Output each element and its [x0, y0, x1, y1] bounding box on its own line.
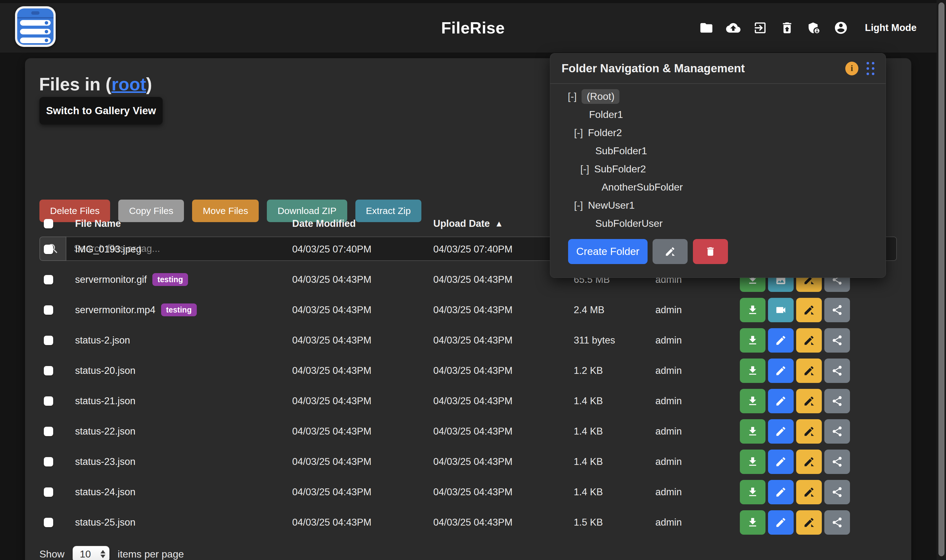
share-button[interactable]	[824, 510, 850, 535]
scrollbar-track[interactable]	[937, 0, 946, 560]
file-name[interactable]: status-25.json	[75, 517, 135, 528]
folder-tree-item-folder1[interactable]: Folder1	[550, 105, 886, 123]
row-checkbox[interactable]	[44, 336, 53, 345]
cloud-upload-icon[interactable]	[726, 21, 740, 35]
file-name[interactable]: status-23.json	[75, 456, 135, 468]
row-checkbox[interactable]	[44, 488, 53, 497]
download-button[interactable]	[740, 480, 766, 504]
folder-tree-item-newuser1[interactable]: [-]NewUser1	[550, 196, 886, 214]
download-button[interactable]	[740, 389, 766, 413]
file-name[interactable]: status-22.json	[75, 426, 135, 437]
edit-icon	[775, 395, 787, 407]
folder-navigation-panel: Folder Navigation & Management i [-](Roo…	[550, 53, 886, 278]
collapse-toggle[interactable]: [-]	[574, 127, 583, 138]
scrollbar-thumb[interactable]	[938, 3, 944, 556]
folder-tree-item-anothersubfolder[interactable]: AnotherSubFolder	[550, 178, 886, 196]
videocam-button[interactable]	[768, 298, 794, 322]
file-name[interactable]: servermonitor.mp4	[75, 305, 155, 316]
column-header-file-name[interactable]: File Name	[75, 218, 121, 229]
edit-button[interactable]	[768, 358, 794, 383]
root-folder-link[interactable]: root	[111, 74, 146, 94]
items-per-page-select[interactable]: 10	[72, 546, 109, 560]
create-folder-button[interactable]: Create Folder	[568, 239, 648, 264]
folder-tree-item-root[interactable]: [-](Root)	[550, 87, 886, 105]
folder-label[interactable]: Folder2	[588, 127, 622, 138]
edit-button[interactable]	[768, 328, 794, 352]
edit-button[interactable]	[768, 480, 794, 504]
file-name[interactable]: status-2.json	[75, 335, 130, 346]
admin-shield-icon[interactable]	[807, 21, 821, 35]
file-name[interactable]: servermonitor.gif	[75, 274, 147, 285]
row-checkbox[interactable]	[44, 396, 53, 406]
edit-button[interactable]	[768, 419, 794, 444]
share-button[interactable]	[824, 358, 850, 383]
download-button[interactable]	[740, 358, 766, 383]
folder-tree-item-subfolder2[interactable]: [-]SubFolder2	[550, 160, 886, 178]
edit-button[interactable]	[768, 389, 794, 413]
column-header-date-modified[interactable]: Date Modified	[292, 218, 356, 229]
share-button[interactable]	[824, 419, 850, 444]
info-icon[interactable]: i	[845, 62, 858, 75]
switch-gallery-view-button[interactable]: Switch to Gallery View	[39, 97, 163, 125]
folder-label[interactable]: Folder1	[589, 109, 623, 120]
folder-label[interactable]: AnotherSubFolder	[601, 182, 683, 193]
share-button[interactable]	[824, 389, 850, 413]
collapse-toggle[interactable]: [-]	[574, 200, 583, 211]
drag-handle-icon[interactable]	[866, 62, 874, 75]
row-checkbox[interactable]	[44, 305, 53, 315]
edit-icon	[775, 456, 787, 468]
edit-button[interactable]	[768, 449, 794, 474]
sort-asc-icon[interactable]: ▲	[495, 219, 503, 229]
share-button[interactable]	[824, 449, 850, 474]
row-checkbox[interactable]	[44, 427, 53, 436]
delete-folder-button[interactable]	[693, 239, 728, 264]
rename-button[interactable]	[796, 298, 822, 322]
row-checkbox[interactable]	[44, 245, 53, 254]
file-name[interactable]: status-21.json	[75, 395, 135, 407]
folder-tree-item-folder2[interactable]: [-]Folder2	[550, 123, 886, 142]
select-all-checkbox[interactable]	[44, 219, 53, 228]
share-button[interactable]	[824, 328, 850, 352]
logout-icon[interactable]	[753, 21, 768, 35]
app-logo[interactable]	[15, 6, 56, 47]
file-name[interactable]: status-24.json	[75, 486, 135, 498]
trash-restore-icon[interactable]	[780, 21, 794, 35]
folder-label[interactable]: SubFolder1	[595, 145, 647, 157]
download-button[interactable]	[740, 449, 766, 474]
row-checkbox[interactable]	[44, 366, 53, 375]
share-button[interactable]	[824, 298, 850, 322]
file-name[interactable]: status-20.json	[75, 365, 135, 376]
rename-button[interactable]	[796, 510, 822, 535]
download-button[interactable]	[740, 510, 766, 535]
rename-button[interactable]	[796, 449, 822, 474]
rename-button[interactable]	[796, 358, 822, 383]
row-checkbox[interactable]	[44, 457, 53, 466]
collapse-toggle[interactable]: [-]	[568, 91, 577, 102]
folder-label[interactable]: SubFolder2	[594, 163, 646, 175]
rename-button[interactable]	[796, 419, 822, 444]
collapse-toggle[interactable]: [-]	[580, 163, 589, 175]
folder-tree-item-subfolderuser[interactable]: SubFolderUser	[550, 214, 886, 232]
rename-button[interactable]	[796, 328, 822, 352]
download-button[interactable]	[740, 328, 766, 352]
column-header-upload-date[interactable]: Upload Date	[433, 218, 490, 229]
folder-icon[interactable]	[699, 21, 714, 35]
row-checkbox[interactable]	[44, 275, 53, 285]
theme-toggle[interactable]: Light Mode	[865, 22, 917, 34]
folder-tree-item-subfolder1[interactable]: SubFolder1	[550, 142, 886, 160]
file-size: 1.5 KB	[574, 517, 603, 528]
download-button[interactable]	[740, 298, 766, 322]
share-button[interactable]	[824, 480, 850, 504]
folder-label[interactable]: SubFolderUser	[595, 218, 663, 229]
folder-label[interactable]: NewUser1	[588, 200, 634, 211]
user-account-icon[interactable]	[834, 21, 848, 35]
file-name[interactable]: IMG_0193.jpeg	[75, 244, 142, 255]
rename-folder-button[interactable]	[652, 239, 688, 264]
edit-button[interactable]	[768, 510, 794, 535]
row-checkbox[interactable]	[44, 518, 53, 527]
uploader: admin	[655, 335, 681, 346]
rename-button[interactable]	[796, 480, 822, 504]
rename-button[interactable]	[796, 389, 822, 413]
download-button[interactable]	[740, 419, 766, 444]
folder-label[interactable]: (Root)	[581, 89, 619, 104]
